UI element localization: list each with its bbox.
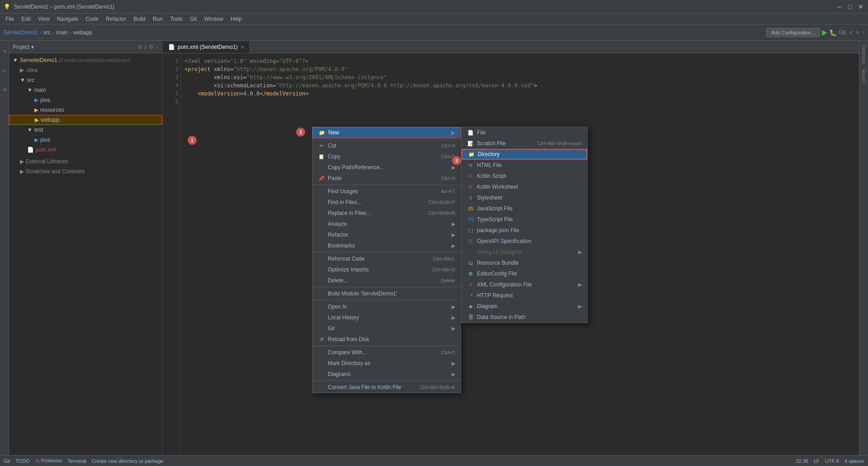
menu-edit[interactable]: Edit <box>18 15 34 23</box>
database-icon[interactable]: Database <box>859 43 868 66</box>
menu-view[interactable]: View <box>34 15 53 23</box>
cm-reformat[interactable]: Reformat Code Ctrl+Alt+L <box>312 253 461 264</box>
structure-icon[interactable]: S <box>0 62 9 80</box>
cm-local-history-label: Local History <box>328 314 359 321</box>
cm-copy-path[interactable]: Copy Path/Reference... ▶ <box>312 162 461 173</box>
sm-directory[interactable]: 📁 Directory <box>462 149 587 160</box>
tree-test-java[interactable]: ▶ java <box>9 135 162 145</box>
debug-icon[interactable]: 🐛 <box>829 29 837 36</box>
tree-main[interactable]: ▼ main <box>9 85 162 95</box>
sm-scratch[interactable]: 📝 Scratch File Ctrl+Alt+Shift+Insert <box>462 138 587 149</box>
minimize-button[interactable]: ─ <box>835 3 843 10</box>
analyze-icon <box>318 220 325 228</box>
close-button[interactable]: ✕ <box>857 3 864 10</box>
git-check[interactable]: ✓ <box>849 29 854 36</box>
cm-compare[interactable]: Compare With... Ctrl+D <box>312 347 461 358</box>
menu-help[interactable]: Help <box>227 15 245 23</box>
maven-icon[interactable]: Maven <box>859 67 868 85</box>
sm-datasource[interactable]: 🗄 Data Source in Path <box>462 312 587 323</box>
cm-bookmarks[interactable]: Bookmarks ▶ <box>312 240 461 251</box>
tree-java[interactable]: ▶ java <box>9 95 162 105</box>
new-submenu: 📄 File 📝 Scratch File Ctrl+Alt+Shift+Ins… <box>461 127 588 323</box>
cm-reload[interactable]: ↺ Reload from Disk <box>312 334 461 345</box>
terminal-btn[interactable]: Terminal <box>67 458 86 464</box>
sm-typescript[interactable]: TS TypeScript File <box>462 214 587 225</box>
cm-convert[interactable]: Convert Java File to Kotlin File Ctrl+Al… <box>312 382 461 393</box>
problems-btn[interactable]: ⚠ Problems <box>35 458 62 464</box>
tree-src[interactable]: ▼ src <box>9 75 162 85</box>
sm-resource-bundle[interactable]: 🗂 Resource Bundle <box>462 257 587 268</box>
cm-delete[interactable]: Delete... Delete <box>312 275 461 286</box>
cm-refactor[interactable]: Refactor ▶ <box>312 229 461 240</box>
sm-file[interactable]: 📄 File <box>462 127 587 138</box>
cm-find-usages[interactable]: Find Usages Alt+F7 <box>312 186 461 197</box>
sm-stylesheet[interactable]: S Stylesheet <box>462 192 587 203</box>
git-push[interactable]: ↑ <box>862 29 864 36</box>
sm-kotlin-script[interactable]: K Kotlin Script <box>462 171 587 181</box>
cm-build-module[interactable]: Build Module 'ServletDemo1' <box>312 288 461 299</box>
pom-icon: 📄 <box>27 147 34 153</box>
sm-directory-label: Directory <box>478 151 500 157</box>
app-title: ServletDemo1 – pom.xml (ServletDemo1) <box>14 4 114 10</box>
cm-new[interactable]: 📁 New ▶ <box>312 127 461 138</box>
sm-javascript[interactable]: JS JavaScript File <box>462 203 587 214</box>
project-dropdown[interactable]: Project <box>13 44 29 50</box>
tree-idea[interactable]: ▶ .idea <box>9 65 162 75</box>
editor-area: 📄 pom.xml (ServletDemo1) ✕ 123456 <?xml … <box>163 41 859 466</box>
sm-editorconfig[interactable]: ⚙ EditorConfig File <box>462 268 587 279</box>
options-icon[interactable]: ⚙ <box>149 44 154 50</box>
menu-window[interactable]: Window <box>200 15 227 23</box>
cm-find-in-files[interactable]: Find in Files... Ctrl+Shift+F <box>312 197 461 208</box>
menu-navigate[interactable]: Navigate <box>53 15 82 23</box>
cm-mark-dir[interactable]: Mark Directory as ▶ <box>312 358 461 369</box>
cm-optimize[interactable]: Optimize Imports Ctrl+Alt+O <box>312 264 461 275</box>
cut-icon: ✂ <box>318 142 325 149</box>
hide-panel-icon[interactable]: − <box>156 44 159 50</box>
resources-label: resources <box>40 107 64 113</box>
tree-resources[interactable]: ▶ resources <box>9 105 162 115</box>
cm-paste[interactable]: 📌 Paste Ctrl+V <box>312 173 461 184</box>
git-cross[interactable]: ✕ <box>855 29 860 36</box>
cm-local-history[interactable]: Local History ▶ <box>312 312 461 323</box>
menu-refactor[interactable]: Refactor <box>102 15 130 23</box>
cm-open-in[interactable]: Open In ▶ <box>312 301 461 312</box>
maximize-button[interactable]: □ <box>846 3 854 10</box>
tree-webapp[interactable]: ▶ webapp <box>9 115 162 125</box>
tree-pom[interactable]: 📄 pom.xml <box>9 145 162 155</box>
sm-html[interactable]: H HTML File <box>462 160 587 171</box>
sm-kotlin-script-icon: K <box>467 172 474 180</box>
cm-cut[interactable]: ✂ Cut Ctrl+X <box>312 140 461 151</box>
tree-scratches[interactable]: ▶ Scratches and Consoles <box>9 166 162 176</box>
sm-package-json[interactable]: { } package.json File <box>462 225 587 236</box>
cm-replace[interactable]: Replace in Files... Ctrl+Shift+R <box>312 208 461 219</box>
locate-icon[interactable]: ⊕ <box>137 44 142 50</box>
sm-diagram[interactable]: ◈ Diagram ▶ <box>462 301 587 312</box>
todo-btn[interactable]: TODO <box>15 458 30 464</box>
sm-http-request[interactable]: ↗ HTTP Request <box>462 290 587 301</box>
sm-kotlin-worksheet[interactable]: K Kotlin Worksheet <box>462 181 587 192</box>
menu-code[interactable]: Code <box>82 15 102 23</box>
menu-run[interactable]: Run <box>149 15 166 23</box>
collapse-icon[interactable]: ≡ <box>144 44 147 50</box>
menu-tools[interactable]: Tools <box>166 15 186 23</box>
git-status-btn[interactable]: Git <box>4 458 10 464</box>
sm-xml-config[interactable]: X XML Configuration File ▶ <box>462 279 587 290</box>
cm-analyze[interactable]: Analyze ▶ <box>312 219 461 229</box>
tree-test[interactable]: ▼ test <box>9 125 162 135</box>
tree-root[interactable]: ▼ ServeletDemo1 D:\code\Java\bite\Servle… <box>9 55 162 65</box>
run-icon[interactable]: ▶ <box>822 28 827 37</box>
menu-build[interactable]: Build <box>130 15 149 23</box>
sm-openapi[interactable]: O OpenAPI Specification <box>462 236 587 247</box>
cm-reformat-shortcut: Ctrl+Alt+L <box>433 256 455 262</box>
menu-file[interactable]: File <box>2 15 18 23</box>
external-label: External Libraries <box>26 158 68 165</box>
cm-copy[interactable]: 📋 Copy Ctrl+C <box>312 151 461 162</box>
cm-diagrams[interactable]: Diagrams ▶ <box>312 369 461 380</box>
menu-git[interactable]: Git <box>186 15 200 23</box>
open-in-icon <box>318 303 325 310</box>
add-config-button[interactable]: Add Configuration... <box>766 28 820 37</box>
project-icon[interactable]: P <box>0 43 9 61</box>
tree-external[interactable]: ▶ External Libraries <box>9 157 162 166</box>
cm-git[interactable]: Git ▶ <box>312 323 461 334</box>
bookmarks-icon[interactable]: B <box>0 81 9 99</box>
